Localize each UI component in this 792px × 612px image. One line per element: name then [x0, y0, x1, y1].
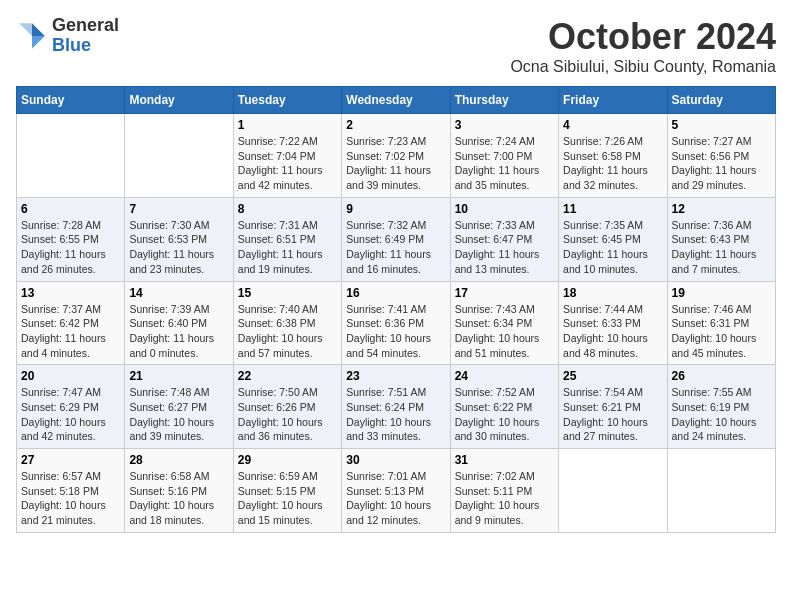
day-detail: Sunrise: 7:01 AM Sunset: 5:13 PM Dayligh…: [346, 469, 445, 528]
day-detail: Sunrise: 7:50 AM Sunset: 6:26 PM Dayligh…: [238, 385, 337, 444]
weekday-header: Wednesday: [342, 87, 450, 114]
weekday-header: Thursday: [450, 87, 558, 114]
calendar-cell: 1Sunrise: 7:22 AM Sunset: 7:04 PM Daylig…: [233, 114, 341, 198]
day-number: 18: [563, 286, 662, 300]
weekday-header: Monday: [125, 87, 233, 114]
calendar-cell: 31Sunrise: 7:02 AM Sunset: 5:11 PM Dayli…: [450, 449, 558, 533]
calendar-cell: 23Sunrise: 7:51 AM Sunset: 6:24 PM Dayli…: [342, 365, 450, 449]
day-number: 8: [238, 202, 337, 216]
calendar-cell: 10Sunrise: 7:33 AM Sunset: 6:47 PM Dayli…: [450, 197, 558, 281]
calendar-cell: 30Sunrise: 7:01 AM Sunset: 5:13 PM Dayli…: [342, 449, 450, 533]
day-detail: Sunrise: 7:55 AM Sunset: 6:19 PM Dayligh…: [672, 385, 771, 444]
day-number: 13: [21, 286, 120, 300]
calendar-cell: 2Sunrise: 7:23 AM Sunset: 7:02 PM Daylig…: [342, 114, 450, 198]
calendar-cell: 28Sunrise: 6:58 AM Sunset: 5:16 PM Dayli…: [125, 449, 233, 533]
calendar-cell: 6Sunrise: 7:28 AM Sunset: 6:55 PM Daylig…: [17, 197, 125, 281]
day-detail: Sunrise: 7:23 AM Sunset: 7:02 PM Dayligh…: [346, 134, 445, 193]
calendar-cell: 9Sunrise: 7:32 AM Sunset: 6:49 PM Daylig…: [342, 197, 450, 281]
day-number: 23: [346, 369, 445, 383]
day-detail: Sunrise: 6:57 AM Sunset: 5:18 PM Dayligh…: [21, 469, 120, 528]
day-number: 24: [455, 369, 554, 383]
calendar-cell: 24Sunrise: 7:52 AM Sunset: 6:22 PM Dayli…: [450, 365, 558, 449]
day-detail: Sunrise: 6:58 AM Sunset: 5:16 PM Dayligh…: [129, 469, 228, 528]
day-number: 15: [238, 286, 337, 300]
day-number: 5: [672, 118, 771, 132]
calendar-cell: [559, 449, 667, 533]
day-detail: Sunrise: 7:30 AM Sunset: 6:53 PM Dayligh…: [129, 218, 228, 277]
calendar-cell: 25Sunrise: 7:54 AM Sunset: 6:21 PM Dayli…: [559, 365, 667, 449]
day-number: 11: [563, 202, 662, 216]
logo-icon: [16, 20, 48, 52]
day-number: 20: [21, 369, 120, 383]
day-detail: Sunrise: 7:41 AM Sunset: 6:36 PM Dayligh…: [346, 302, 445, 361]
day-detail: Sunrise: 6:59 AM Sunset: 5:15 PM Dayligh…: [238, 469, 337, 528]
weekday-header: Saturday: [667, 87, 775, 114]
day-number: 14: [129, 286, 228, 300]
day-detail: Sunrise: 7:31 AM Sunset: 6:51 PM Dayligh…: [238, 218, 337, 277]
day-detail: Sunrise: 7:43 AM Sunset: 6:34 PM Dayligh…: [455, 302, 554, 361]
weekday-header: Sunday: [17, 87, 125, 114]
calendar-cell: 11Sunrise: 7:35 AM Sunset: 6:45 PM Dayli…: [559, 197, 667, 281]
day-detail: Sunrise: 7:46 AM Sunset: 6:31 PM Dayligh…: [672, 302, 771, 361]
calendar-table: SundayMondayTuesdayWednesdayThursdayFrid…: [16, 86, 776, 533]
calendar-cell: 20Sunrise: 7:47 AM Sunset: 6:29 PM Dayli…: [17, 365, 125, 449]
day-number: 30: [346, 453, 445, 467]
calendar-week-row: 13Sunrise: 7:37 AM Sunset: 6:42 PM Dayli…: [17, 281, 776, 365]
day-number: 21: [129, 369, 228, 383]
day-detail: Sunrise: 7:32 AM Sunset: 6:49 PM Dayligh…: [346, 218, 445, 277]
day-number: 31: [455, 453, 554, 467]
day-detail: Sunrise: 7:33 AM Sunset: 6:47 PM Dayligh…: [455, 218, 554, 277]
day-detail: Sunrise: 7:52 AM Sunset: 6:22 PM Dayligh…: [455, 385, 554, 444]
weekday-header: Tuesday: [233, 87, 341, 114]
calendar-cell: 29Sunrise: 6:59 AM Sunset: 5:15 PM Dayli…: [233, 449, 341, 533]
day-number: 19: [672, 286, 771, 300]
day-detail: Sunrise: 7:51 AM Sunset: 6:24 PM Dayligh…: [346, 385, 445, 444]
calendar-cell: 17Sunrise: 7:43 AM Sunset: 6:34 PM Dayli…: [450, 281, 558, 365]
calendar-cell: 14Sunrise: 7:39 AM Sunset: 6:40 PM Dayli…: [125, 281, 233, 365]
calendar-cell: 27Sunrise: 6:57 AM Sunset: 5:18 PM Dayli…: [17, 449, 125, 533]
calendar-cell: 5Sunrise: 7:27 AM Sunset: 6:56 PM Daylig…: [667, 114, 775, 198]
day-number: 27: [21, 453, 120, 467]
day-number: 22: [238, 369, 337, 383]
calendar-cell: [125, 114, 233, 198]
calendar-cell: 16Sunrise: 7:41 AM Sunset: 6:36 PM Dayli…: [342, 281, 450, 365]
day-detail: Sunrise: 7:47 AM Sunset: 6:29 PM Dayligh…: [21, 385, 120, 444]
day-detail: Sunrise: 7:35 AM Sunset: 6:45 PM Dayligh…: [563, 218, 662, 277]
day-number: 25: [563, 369, 662, 383]
title-area: October 2024 Ocna Sibiului, Sibiu County…: [510, 16, 776, 76]
calendar-cell: [17, 114, 125, 198]
calendar-cell: 3Sunrise: 7:24 AM Sunset: 7:00 PM Daylig…: [450, 114, 558, 198]
day-detail: Sunrise: 7:54 AM Sunset: 6:21 PM Dayligh…: [563, 385, 662, 444]
calendar-cell: 8Sunrise: 7:31 AM Sunset: 6:51 PM Daylig…: [233, 197, 341, 281]
day-number: 10: [455, 202, 554, 216]
day-detail: Sunrise: 7:24 AM Sunset: 7:00 PM Dayligh…: [455, 134, 554, 193]
calendar-cell: 22Sunrise: 7:50 AM Sunset: 6:26 PM Dayli…: [233, 365, 341, 449]
day-detail: Sunrise: 7:22 AM Sunset: 7:04 PM Dayligh…: [238, 134, 337, 193]
day-number: 2: [346, 118, 445, 132]
day-number: 1: [238, 118, 337, 132]
calendar-cell: 15Sunrise: 7:40 AM Sunset: 6:38 PM Dayli…: [233, 281, 341, 365]
day-detail: Sunrise: 7:02 AM Sunset: 5:11 PM Dayligh…: [455, 469, 554, 528]
day-detail: Sunrise: 7:37 AM Sunset: 6:42 PM Dayligh…: [21, 302, 120, 361]
calendar-cell: 7Sunrise: 7:30 AM Sunset: 6:53 PM Daylig…: [125, 197, 233, 281]
calendar-cell: 12Sunrise: 7:36 AM Sunset: 6:43 PM Dayli…: [667, 197, 775, 281]
calendar-cell: 19Sunrise: 7:46 AM Sunset: 6:31 PM Dayli…: [667, 281, 775, 365]
weekday-header: Friday: [559, 87, 667, 114]
logo: General Blue: [16, 16, 119, 56]
day-detail: Sunrise: 7:28 AM Sunset: 6:55 PM Dayligh…: [21, 218, 120, 277]
day-number: 6: [21, 202, 120, 216]
svg-marker-2: [19, 23, 32, 36]
day-number: 29: [238, 453, 337, 467]
day-detail: Sunrise: 7:26 AM Sunset: 6:58 PM Dayligh…: [563, 134, 662, 193]
calendar-cell: 13Sunrise: 7:37 AM Sunset: 6:42 PM Dayli…: [17, 281, 125, 365]
day-number: 7: [129, 202, 228, 216]
svg-marker-0: [32, 23, 45, 36]
day-number: 17: [455, 286, 554, 300]
day-detail: Sunrise: 7:48 AM Sunset: 6:27 PM Dayligh…: [129, 385, 228, 444]
calendar-cell: [667, 449, 775, 533]
day-number: 3: [455, 118, 554, 132]
day-number: 26: [672, 369, 771, 383]
day-number: 4: [563, 118, 662, 132]
day-detail: Sunrise: 7:39 AM Sunset: 6:40 PM Dayligh…: [129, 302, 228, 361]
calendar-week-row: 6Sunrise: 7:28 AM Sunset: 6:55 PM Daylig…: [17, 197, 776, 281]
